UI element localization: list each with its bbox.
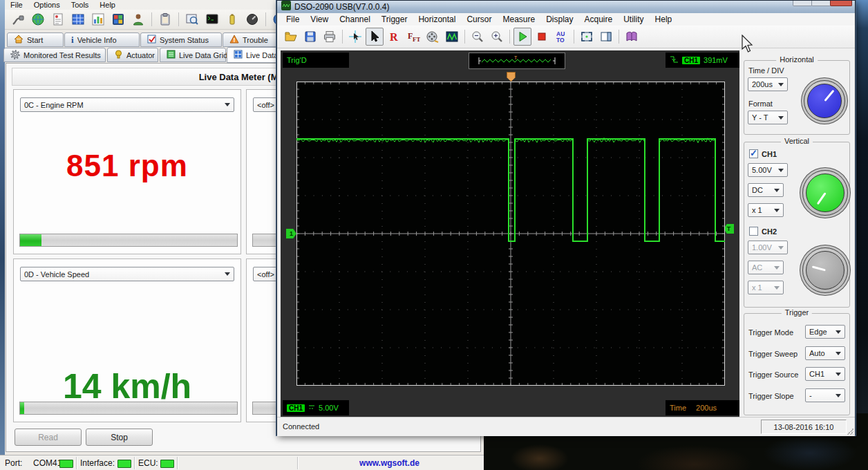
menu-file[interactable]: File [281, 14, 305, 25]
menu-view[interactable]: View [305, 14, 334, 25]
speed-parameter-select[interactable]: 0D - Vehicle Speed [20, 267, 234, 281]
report-icon[interactable] [49, 10, 67, 28]
fft-icon[interactable]: FFT [404, 28, 422, 46]
menu-channel[interactable]: Channel [334, 14, 376, 25]
ecu-label: ECU: [138, 458, 158, 468]
cursor-crosshair-icon[interactable] [346, 28, 364, 46]
chevron-down-icon [836, 394, 841, 397]
stop-icon[interactable] [533, 28, 551, 46]
grid-icon[interactable] [69, 10, 87, 28]
maximize-button[interactable] [811, 1, 831, 6]
acquisition-preview[interactable]: T [469, 53, 565, 69]
chevron-down-icon [778, 169, 784, 172]
menu-file[interactable]: File [5, 0, 28, 10]
ch1-position-knob[interactable] [802, 170, 848, 216]
reel-icon[interactable] [424, 28, 442, 46]
tab-system-status[interactable]: System Status [140, 32, 222, 47]
zoom-in-icon[interactable] [488, 28, 506, 46]
format-select[interactable]: Y - T [748, 111, 788, 124]
menu-trigger[interactable]: Trigger [376, 14, 413, 25]
ch1-probe-value: x 1 [752, 206, 762, 214]
actuator-icon [114, 50, 123, 60]
clipboard-icon[interactable] [156, 10, 174, 28]
ch1-volt-select[interactable]: 5.00V [748, 163, 788, 177]
scope-graticule[interactable] [296, 82, 725, 386]
chart-icon[interactable] [89, 10, 107, 28]
panel-icon[interactable] [597, 28, 615, 46]
ch1-badge: CH1 [287, 404, 305, 412]
globe-icon[interactable] [29, 10, 47, 28]
menu-cursor[interactable]: Cursor [461, 14, 497, 25]
play-icon[interactable] [513, 28, 531, 46]
rpm-parameter-select[interactable]: 0C - Engine RPM [20, 97, 234, 112]
help-book-icon[interactable] [623, 28, 641, 46]
app-icon [281, 1, 291, 13]
trigger-slope-select[interactable]: - [805, 388, 845, 402]
trigger-sweep-label: Trigger Sweep [748, 350, 798, 358]
trigger-mode-select[interactable]: Edge [805, 325, 845, 339]
svg-text:FT: FT [413, 36, 420, 43]
stop-button[interactable]: Stop [86, 429, 153, 446]
ch2-probe-select[interactable]: x 1 [748, 281, 784, 294]
selected-parameter: <off> [257, 270, 274, 279]
knob-icon[interactable] [243, 10, 261, 28]
website-link[interactable]: www.wgsoft.de [297, 458, 482, 468]
format-value: Y - T [752, 113, 768, 122]
ch2-position-knob[interactable] [802, 247, 848, 293]
ch1-checkbox[interactable] [749, 149, 758, 158]
menu-options[interactable]: Options [28, 0, 66, 10]
tab-live-data-grid[interactable]: Live Data Grid [160, 48, 226, 62]
menu-utility[interactable]: Utility [618, 14, 649, 25]
trigger-slope-label: Trigger Slope [748, 392, 794, 400]
ch2-coupling-select[interactable]: AC [748, 261, 784, 274]
zoom-out-icon[interactable] [469, 28, 487, 46]
search-window-icon[interactable] [183, 10, 201, 28]
read-button[interactable]: Read [15, 429, 82, 446]
close-button[interactable] [830, 1, 852, 6]
auto-icon[interactable]: AUTO [552, 28, 570, 46]
ch1-probe-select[interactable]: x 1 [748, 203, 784, 217]
tab-vehicle-info[interactable]: i Vehicle Info [64, 32, 140, 47]
minimize-button[interactable] [793, 1, 812, 6]
menu-help[interactable]: Help [94, 0, 121, 10]
ch1-position-marker[interactable]: 1 [286, 229, 296, 238]
menu-horizontal[interactable]: Horizontal [413, 14, 461, 25]
select-arrow-icon[interactable] [366, 28, 384, 46]
page-title-text: Live Data Meter (Mod [199, 72, 290, 82]
menu-tools[interactable]: Tools [66, 0, 95, 10]
connect-icon[interactable] [9, 10, 27, 28]
terminal-icon[interactable] [203, 10, 221, 28]
menu-measure[interactable]: Measure [497, 14, 540, 25]
trigger-sweep-select[interactable]: Auto [805, 346, 845, 360]
tab-monitored-test-results[interactable]: Monitored Test Results [3, 48, 106, 62]
ch2-checkbox[interactable] [749, 227, 758, 236]
trigger-slope-icon [670, 55, 679, 66]
rpm-progress-fill [20, 234, 41, 246]
home-icon [14, 35, 23, 45]
windows-icon[interactable] [109, 10, 127, 28]
resize-grip[interactable] [847, 428, 853, 435]
tab-start[interactable]: Start [7, 32, 64, 47]
fullscreen-icon[interactable] [578, 28, 596, 46]
open-icon[interactable] [282, 28, 300, 46]
ref-r-icon[interactable]: R [385, 28, 403, 46]
waveform-icon[interactable] [443, 28, 461, 46]
menu-help[interactable]: Help [650, 14, 678, 25]
user-icon[interactable] [129, 10, 147, 28]
save-icon[interactable] [301, 28, 319, 46]
menu-acquire[interactable]: Acquire [579, 14, 619, 25]
battery-icon[interactable] [223, 10, 241, 28]
svg-text:TO: TO [556, 37, 565, 44]
scope-titlebar[interactable]: DSO-2090 USB(V7.0.0.4) [277, 1, 855, 13]
trigger-source-select[interactable]: CH1 [805, 367, 845, 381]
time-div-select[interactable]: 200us [748, 77, 788, 91]
chevron-down-icon [225, 103, 230, 106]
ch1-coupling-select[interactable]: DC [748, 183, 784, 197]
tab-actuator[interactable]: Actuator [107, 48, 158, 62]
trigger-level-marker[interactable]: T [724, 224, 734, 234]
trigger-position-marker[interactable] [507, 72, 516, 82]
menu-display[interactable]: Display [540, 14, 578, 25]
ch2-volt-select[interactable]: 1.00V [748, 241, 788, 254]
print-icon[interactable] [321, 28, 339, 46]
horizontal-position-knob[interactable] [804, 80, 845, 122]
